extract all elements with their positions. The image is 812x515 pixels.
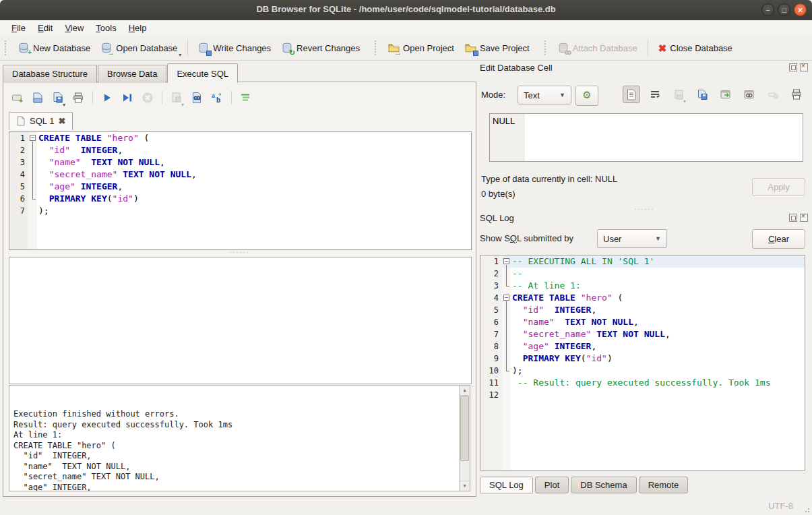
attach-database-label: Attach Database [573,43,637,53]
resize-grip[interactable] [803,506,809,512]
export-data-button[interactable] [693,86,711,103]
sql-log-editor[interactable]: 1−-- EXECUTING ALL IN 'SQL 1'2--3-- At l… [480,255,805,471]
apply-button[interactable]: Apply [752,178,805,196]
dock-tab-db-schema[interactable]: DB Schema [571,477,636,493]
toolbar-drag-handle[interactable] [544,40,549,55]
tab-database-structure[interactable]: Database Structure [3,65,97,83]
write-changes-icon [198,42,210,54]
toolbar-drag-handle[interactable] [5,40,9,55]
save-results-button[interactable]: ▾ [168,89,185,107]
attach-database-button[interactable]: Attach Database [553,40,643,57]
format-sql-button[interactable] [237,89,255,107]
minimize-icon[interactable]: − [761,3,774,16]
results-grid-pane[interactable] [9,257,472,384]
menu-view[interactable]: View [59,22,90,34]
save-project-button[interactable]: Save Project [460,40,535,57]
set-null-button[interactable] [764,86,782,103]
maximize-icon[interactable]: □ [778,3,790,16]
new-sql-tab-icon: + [11,92,24,104]
write-changes-button[interactable]: Write Changes [193,40,276,57]
window-title: DB Browser for SQLite - /home/user/code/… [0,4,812,14]
execute-all-button[interactable] [98,89,116,107]
sql-code-editor[interactable]: 1−CREATE TABLE "hero" (2 "id" INTEGER,3 … [9,131,472,250]
menubar: File Edit View Tools Help [0,20,812,36]
tab-browse-data[interactable]: Browse Data [98,65,166,83]
svg-text:+: + [19,97,23,104]
statusbar: UTF-8 [0,497,812,515]
toolbar-drag-handle[interactable] [375,40,379,55]
save-sql-file-button[interactable]: ▾ [49,89,67,107]
sql-toolbar-separator [162,91,162,104]
import-data-icon [673,89,685,100]
find-button[interactable] [188,89,206,107]
replace-button[interactable]: ab [208,89,226,107]
tab-execute-sql[interactable]: Execute SQL [167,63,238,83]
word-wrap-button[interactable] [646,86,664,103]
open-project-button[interactable]: → Open Project [383,40,460,57]
new-database-label: New Database [33,43,90,53]
dock-tab-plot[interactable]: Plot [535,477,569,493]
scroll-thumb[interactable] [460,396,469,461]
encoding-indicator[interactable]: UTF-8 [768,501,793,511]
sql-toolbar: + ▾ ▾ ab [9,89,255,107]
float-dock-icon[interactable] [789,63,797,71]
execute-line-button[interactable] [119,89,136,107]
import-data-button[interactable]: ▾ [670,86,687,103]
revert-changes-button[interactable]: ↻ Revert Changes [276,40,365,57]
app-window: DB Browser for SQLite - /home/user/code/… [0,0,812,515]
open-database-button[interactable]: → Open Database ▾ [96,40,183,57]
close-sql-tab-icon[interactable]: ✖ [58,117,65,125]
print-cell-button[interactable] [788,86,805,103]
clear-log-button[interactable]: Clear [752,229,805,249]
auto-switch-mode-button[interactable]: ⚙ [575,86,598,106]
open-database-dropdown-icon[interactable]: ▾ [179,52,181,58]
text-mode-icon [626,89,637,100]
open-project-icon: → [388,42,400,54]
menu-help[interactable]: Help [123,22,153,34]
close-dock-icon[interactable] [800,63,808,71]
save-sql-dropdown-icon[interactable]: ▾ [63,102,65,108]
float-dock-icon[interactable] [789,214,797,222]
menu-edit[interactable]: Edit [32,22,59,34]
cell-null-strip: NULL [490,114,525,161]
scroll-up-icon[interactable]: ▲ [460,386,470,396]
edit-cell-dock-buttons [789,63,808,71]
open-sql-file-button[interactable] [29,89,46,107]
cell-editor[interactable]: NULL [489,113,803,162]
sql-log-dock-buttons [789,214,808,222]
text-mode-button[interactable] [623,86,640,103]
open-external-button[interactable] [717,86,735,103]
menu-file[interactable]: File [5,22,32,34]
new-database-button[interactable]: + New Database [13,40,96,57]
edit-cell-dock-title: Edit Database Cell [480,63,553,73]
execution-log-text: Execution finished without errors.Result… [13,409,456,491]
open-database-label: Open Database [116,43,177,53]
scroll-down-icon[interactable]: ▼ [460,481,470,491]
window-controls: − □ ✕ [761,3,807,16]
close-database-label: Close Database [670,43,732,53]
main-tabbar: Database Structure Browse Data Execute S… [3,63,239,83]
link-data-button[interactable] [741,86,758,103]
export-data-icon [697,89,708,100]
log-filter-combobox[interactable]: User ▼ [597,229,667,248]
dock-tab-sql-log[interactable]: SQL Log [480,477,533,493]
execution-log-pane[interactable]: Execution finished without errors.Result… [9,385,470,491]
new-sql-tab-button[interactable]: + [9,89,26,107]
word-wrap-icon [650,89,661,100]
menu-tools[interactable]: Tools [90,22,122,34]
execute-line-icon [121,92,133,104]
print-button[interactable] [69,89,87,107]
close-database-button[interactable]: ✖ Close Database [653,40,738,57]
stop-button[interactable] [139,89,156,107]
sql-log-dock-title: SQL Log [480,213,514,223]
sql-1-tab[interactable]: SQL 1 ✖ [9,112,73,130]
titlebar: DB Browser for SQLite - /home/user/code/… [0,0,812,21]
gear-icon: ⚙ [582,89,591,100]
editor-splitter[interactable]: ······ [9,251,470,255]
dock-splitter[interactable]: ······ [477,207,812,211]
mode-combobox[interactable]: Text ▼ [518,86,571,104]
dock-tab-remote[interactable]: Remote [639,477,689,493]
close-dock-icon[interactable] [800,214,808,222]
close-icon[interactable]: ✕ [794,3,807,16]
results-scrollbar[interactable]: ▲ ▼ [459,386,470,491]
